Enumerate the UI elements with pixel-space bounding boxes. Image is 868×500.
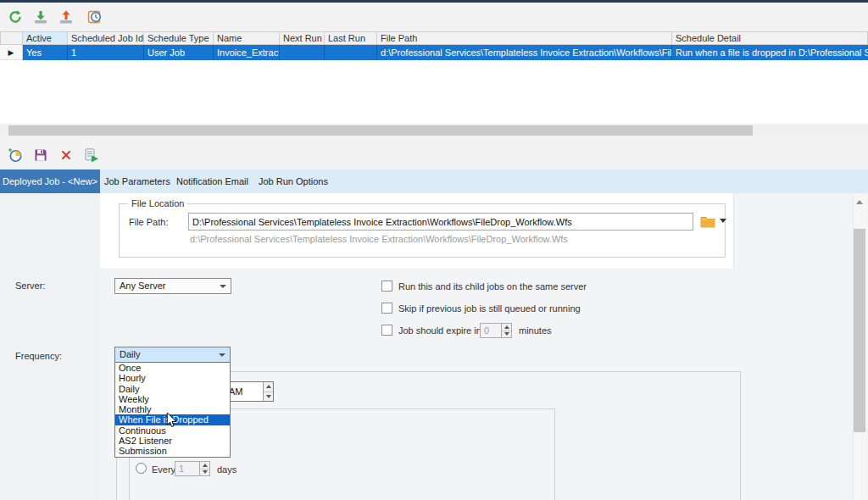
cell-scheduled-job-id[interactable]: 1 <box>68 45 144 60</box>
column-header-next-run[interactable]: Next Run <box>280 31 325 45</box>
frequency-option-weekly[interactable]: Weekly <box>115 394 230 404</box>
frequency-option-hourly[interactable]: Hourly <box>115 373 230 383</box>
cell-name[interactable]: Invoice_Extraction <box>214 45 280 60</box>
file-path-hint: d:\Professional Services\Templateless In… <box>190 234 568 244</box>
tab-deployed-job[interactable]: Deployed Job - <New> <box>0 169 100 193</box>
column-header-schedule-type[interactable]: Schedule Type <box>144 31 214 45</box>
expire-label: Job should expire in <box>398 325 481 336</box>
delete-icon[interactable] <box>57 146 75 164</box>
stepper-down-icon[interactable] <box>200 469 209 476</box>
label-gutter <box>0 193 100 500</box>
server-label: Server: <box>15 281 45 291</box>
frequency-option-daily[interactable]: Daily <box>115 384 230 394</box>
server-combo-value: Any Server <box>120 281 165 291</box>
stepper-down-icon[interactable] <box>264 392 273 402</box>
run-job-icon[interactable] <box>82 146 101 164</box>
detail-toolbar <box>0 141 868 169</box>
every-suffix-label: days <box>217 464 236 475</box>
expire-minutes-value: 0 <box>481 324 501 337</box>
jobs-toolbar <box>0 3 868 31</box>
same-server-label: Run this and its child jobs on the same … <box>398 281 587 292</box>
frequency-combo-value: Daily <box>120 349 140 359</box>
every-days-radio[interactable] <box>136 463 147 474</box>
frequency-combo[interactable]: Daily <box>114 347 231 363</box>
cell-last-run[interactable] <box>325 45 377 60</box>
every-label: Every <box>152 464 175 475</box>
frequency-dropdown-list: Once Hourly Daily Weekly Monthly When Fi… <box>114 362 231 458</box>
same-server-checkbox[interactable] <box>381 281 392 292</box>
frequency-option-submission[interactable]: Submission <box>115 446 230 456</box>
expire-suffix-label: minutes <box>519 325 552 336</box>
refresh-icon[interactable] <box>6 8 25 26</box>
cell-schedule-type[interactable]: User Job <box>144 45 214 60</box>
chevron-down-icon <box>219 353 225 357</box>
row-selector-header <box>0 31 23 45</box>
frequency-label: Frequency: <box>15 351 62 361</box>
browse-dropdown-icon[interactable] <box>720 219 726 223</box>
vertical-scrollbar-thumb[interactable] <box>854 229 865 432</box>
export-icon[interactable] <box>57 8 75 26</box>
file-path-label: File Path: <box>129 217 168 227</box>
every-days-stepper[interactable]: 1 <box>175 461 210 476</box>
tab-job-run-options[interactable]: Job Run Options <box>259 169 328 193</box>
cell-file-path[interactable]: d:\Professional Services\Templateless In… <box>377 45 672 60</box>
file-path-input[interactable] <box>188 213 693 231</box>
row-marker-icon: ▶ <box>0 45 23 60</box>
chevron-down-icon <box>220 285 226 288</box>
stepper-up-icon[interactable] <box>502 324 511 331</box>
mouse-cursor <box>166 413 177 431</box>
expire-checkbox[interactable] <box>381 325 392 336</box>
column-header-active[interactable]: Active <box>23 31 68 45</box>
column-header-name[interactable]: Name <box>214 31 280 45</box>
cell-next-run[interactable] <box>280 45 325 60</box>
frequency-option-as2-listener[interactable]: AS2 Listener <box>115 436 230 446</box>
stepper-up-icon[interactable] <box>200 462 209 469</box>
column-header-schedule-detail[interactable]: Schedule Detail <box>672 31 868 45</box>
column-header-last-run[interactable]: Last Run <box>325 31 377 45</box>
skip-if-queued-label: Skip if previous job is still queued or … <box>398 303 581 314</box>
column-header-scheduled-job-id[interactable]: Scheduled Job Id <box>68 31 144 45</box>
stepper-down-icon[interactable] <box>502 331 511 338</box>
stepper-up-icon[interactable] <box>264 382 273 392</box>
frequency-option-once[interactable]: Once <box>115 363 230 373</box>
folder-icon[interactable] <box>698 213 717 231</box>
save-icon[interactable] <box>31 146 50 164</box>
cell-schedule-detail[interactable]: Run when a file is dropped in D:\Profess… <box>672 45 868 60</box>
horizontal-scrollbar-thumb[interactable] <box>8 125 753 136</box>
schedule-history-icon[interactable] <box>86 8 104 26</box>
column-header-file-path[interactable]: File Path <box>377 31 672 45</box>
tab-notification-email[interactable]: Notification Email <box>176 169 248 193</box>
skip-if-queued-checkbox[interactable] <box>381 303 392 314</box>
file-location-group-label: File Location <box>128 198 187 208</box>
every-days-value: 1 <box>175 462 199 475</box>
clock-icon[interactable] <box>6 146 25 164</box>
scroll-up-icon[interactable] <box>856 200 863 204</box>
grid-empty-area <box>0 60 868 124</box>
file-location-groupbox: File Location <box>119 203 726 258</box>
server-combo[interactable]: Any Server <box>114 278 231 294</box>
tab-job-parameters[interactable]: Job Parameters <box>104 169 170 193</box>
import-icon[interactable] <box>31 8 50 26</box>
expire-minutes-stepper[interactable]: 0 <box>480 323 512 338</box>
cell-active[interactable]: Yes <box>23 45 68 60</box>
